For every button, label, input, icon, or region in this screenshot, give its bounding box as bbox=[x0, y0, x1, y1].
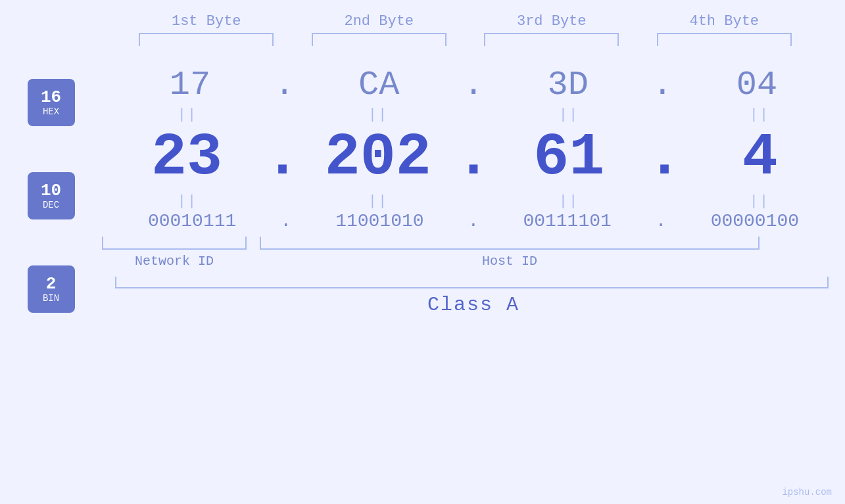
sep-1-b3: || bbox=[496, 106, 641, 123]
dot-bin-2: . bbox=[468, 211, 479, 231]
bracket-top-4 bbox=[657, 33, 792, 46]
dot-dec-2: . bbox=[456, 124, 491, 191]
net-host-labels: Network ID Host ID bbox=[102, 254, 845, 269]
sep-1-b2: || bbox=[306, 106, 450, 123]
byte-label-3: 3rd Byte bbox=[479, 13, 624, 30]
sep-2-b3: || bbox=[496, 193, 641, 210]
watermark: ipshu.com bbox=[782, 487, 832, 497]
sep-1-b4: || bbox=[687, 106, 832, 123]
bin-badge-top: 2 bbox=[46, 275, 57, 292]
dec-byte-2: 202 bbox=[306, 124, 450, 191]
bin-badge-sub: BIN bbox=[43, 294, 59, 303]
dot-bin-1: . bbox=[280, 211, 291, 231]
bottom-bracket-row bbox=[102, 237, 845, 250]
bin-row: 00010111 . 11001010 . 00111101 . 0000010… bbox=[102, 211, 845, 231]
dot-bin-3: . bbox=[656, 211, 667, 231]
class-bracket bbox=[115, 277, 829, 288]
dec-byte-3: 61 bbox=[496, 124, 641, 191]
bin-byte-2: 11001010 bbox=[307, 211, 452, 231]
bin-byte-4: 00000100 bbox=[683, 211, 827, 231]
dec-byte-1: 23 bbox=[114, 124, 259, 191]
bracket-top-3 bbox=[484, 33, 619, 46]
class-label: Class A bbox=[102, 294, 845, 316]
bin-byte-1: 00010111 bbox=[120, 211, 264, 231]
sep-1-b1: || bbox=[115, 106, 260, 123]
badges-column: 16 HEX 10 DEC 2 BIN bbox=[0, 66, 102, 316]
sep-2-b4: || bbox=[687, 193, 832, 210]
bracket-bot-host bbox=[260, 237, 760, 250]
dot-hex-2: . bbox=[463, 66, 483, 104]
sep-row-2: || || || || bbox=[102, 191, 845, 211]
dot-hex-3: . bbox=[652, 66, 673, 104]
dec-row: 23 . 202 . 61 . 4 bbox=[102, 124, 845, 191]
host-id-label: Host ID bbox=[260, 254, 760, 269]
hex-byte-2: CA bbox=[306, 66, 451, 104]
byte-labels-row: 1st Byte 2nd Byte 3rd Byte 4th Byte bbox=[120, 13, 811, 30]
data-rows-wrapper: 16 HEX 10 DEC 2 BIN 17 . CA . 3D . 04 bbox=[0, 66, 845, 316]
dec-badge-top: 10 bbox=[41, 182, 61, 199]
dot-dec-1: . bbox=[264, 124, 300, 191]
bracket-bot-network bbox=[102, 237, 247, 250]
hex-byte-1: 17 bbox=[118, 66, 262, 104]
hex-byte-3: 3D bbox=[496, 66, 640, 104]
sep-2-b1: || bbox=[115, 193, 260, 210]
dec-badge-sub: DEC bbox=[43, 200, 59, 210]
sep-row-1: || || || || bbox=[102, 104, 845, 124]
dot-dec-3: . bbox=[646, 124, 682, 191]
dot-hex-1: . bbox=[274, 66, 295, 104]
hex-badge: 16 HEX bbox=[28, 79, 75, 126]
byte-label-2: 2nd Byte bbox=[306, 13, 451, 30]
sep-2-b2: || bbox=[306, 193, 450, 210]
hex-row: 17 . CA . 3D . 04 bbox=[102, 66, 845, 104]
hex-badge-sub: HEX bbox=[43, 107, 59, 116]
dec-byte-4: 4 bbox=[688, 124, 833, 191]
bin-badge: 2 BIN bbox=[28, 265, 75, 313]
bracket-top-2 bbox=[312, 33, 447, 46]
bin-byte-3: 00111101 bbox=[495, 211, 640, 231]
byte-label-4: 4th Byte bbox=[652, 13, 796, 30]
network-id-label: Network ID bbox=[102, 254, 247, 269]
hex-badge-top: 16 bbox=[41, 89, 61, 106]
top-brackets bbox=[120, 33, 811, 46]
values-column: 17 . CA . 3D . 04 || || || || 23 bbox=[102, 66, 845, 316]
bracket-top-1 bbox=[139, 33, 274, 46]
dec-badge: 10 DEC bbox=[28, 172, 75, 219]
hex-byte-4: 04 bbox=[685, 66, 829, 104]
byte-label-1: 1st Byte bbox=[134, 13, 279, 30]
main-container: 1st Byte 2nd Byte 3rd Byte 4th Byte 16 H… bbox=[0, 0, 845, 504]
